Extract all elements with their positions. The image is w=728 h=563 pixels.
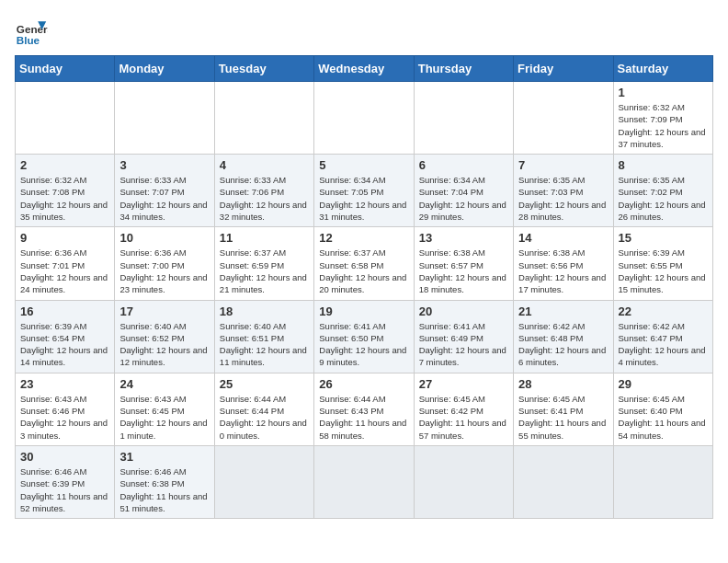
calendar-cell: 16Sunrise: 6:39 AM Sunset: 6:54 PM Dayli… [16,300,115,373]
calendar-week-1: 1Sunrise: 6:32 AM Sunset: 7:09 PM Daylig… [16,82,713,155]
calendar-cell: 20Sunrise: 6:41 AM Sunset: 6:49 PM Dayli… [414,300,513,373]
day-number: 7 [518,158,608,172]
day-number: 25 [220,377,309,391]
calendar-cell: 1Sunrise: 6:32 AM Sunset: 7:09 PM Daylig… [613,82,712,155]
day-info: Sunrise: 6:35 AM Sunset: 7:03 PM Dayligh… [518,174,608,223]
calendar-cell: 10Sunrise: 6:36 AM Sunset: 7:00 PM Dayli… [115,227,214,300]
day-info: Sunrise: 6:33 AM Sunset: 7:07 PM Dayligh… [119,174,209,223]
day-info: Sunrise: 6:45 AM Sunset: 6:41 PM Dayligh… [518,393,608,442]
logo: General Blue [15,15,48,48]
calendar-cell: 12Sunrise: 6:37 AM Sunset: 6:58 PM Dayli… [314,227,414,300]
calendar-cell: 9Sunrise: 6:36 AM Sunset: 7:01 PM Daylig… [16,227,115,300]
day-info: Sunrise: 6:37 AM Sunset: 6:59 PM Dayligh… [220,247,309,295]
day-number: 14 [518,231,608,245]
calendar-cell: 17Sunrise: 6:40 AM Sunset: 6:52 PM Dayli… [115,300,214,373]
calendar-cell: 25Sunrise: 6:44 AM Sunset: 6:44 PM Dayli… [214,373,313,445]
calendar-table: SundayMondayTuesdayWednesdayThursdayFrid… [15,55,713,519]
calendar-cell: 26Sunrise: 6:44 AM Sunset: 6:43 PM Dayli… [314,373,414,445]
day-info: Sunrise: 6:44 AM Sunset: 6:44 PM Dayligh… [220,393,309,442]
calendar-cell: 18Sunrise: 6:40 AM Sunset: 6:51 PM Dayli… [214,300,313,373]
calendar-cell: 31Sunrise: 6:46 AM Sunset: 6:38 PM Dayli… [115,445,214,518]
day-info: Sunrise: 6:43 AM Sunset: 6:46 PM Dayligh… [20,393,109,442]
calendar-cell: 28Sunrise: 6:45 AM Sunset: 6:41 PM Dayli… [514,373,613,445]
calendar-cell [514,445,613,518]
day-info: Sunrise: 6:42 AM Sunset: 6:47 PM Dayligh… [619,320,708,369]
day-info: Sunrise: 6:40 AM Sunset: 6:51 PM Dayligh… [220,320,309,369]
calendar-cell [214,445,313,518]
calendar-week-5: 23Sunrise: 6:43 AM Sunset: 6:46 PM Dayli… [16,373,713,445]
calendar-cell [314,82,414,155]
day-number: 19 [319,304,408,318]
day-number: 10 [119,231,209,245]
day-header-wednesday: Wednesday [314,56,414,82]
day-number: 15 [619,231,708,245]
calendar-cell [414,82,513,155]
calendar-cell: 3Sunrise: 6:33 AM Sunset: 7:07 PM Daylig… [115,155,214,227]
day-info: Sunrise: 6:41 AM Sunset: 6:50 PM Dayligh… [319,320,408,369]
calendar-cell [16,82,115,155]
calendar-cell [314,445,414,518]
day-header-friday: Friday [514,56,613,82]
calendar-week-4: 16Sunrise: 6:39 AM Sunset: 6:54 PM Dayli… [16,300,713,373]
day-number: 24 [119,377,209,391]
calendar-cell: 29Sunrise: 6:45 AM Sunset: 6:40 PM Dayli… [613,373,712,445]
day-info: Sunrise: 6:35 AM Sunset: 7:02 PM Dayligh… [619,174,708,223]
calendar-cell [514,82,613,155]
day-number: 16 [20,304,109,318]
calendar-cell: 15Sunrise: 6:39 AM Sunset: 6:55 PM Dayli… [613,227,712,300]
day-info: Sunrise: 6:37 AM Sunset: 6:58 PM Dayligh… [319,247,408,295]
day-number: 13 [419,231,508,245]
calendar-week-6: 30Sunrise: 6:46 AM Sunset: 6:39 PM Dayli… [16,445,713,518]
calendar-cell [214,82,313,155]
day-info: Sunrise: 6:42 AM Sunset: 6:48 PM Dayligh… [518,320,608,369]
calendar-cell: 2Sunrise: 6:32 AM Sunset: 7:08 PM Daylig… [16,155,115,227]
calendar-cell: 4Sunrise: 6:33 AM Sunset: 7:06 PM Daylig… [214,155,313,227]
day-number: 28 [518,377,608,391]
day-number: 30 [20,450,109,464]
day-number: 31 [119,450,209,464]
day-info: Sunrise: 6:32 AM Sunset: 7:08 PM Dayligh… [20,174,109,223]
day-info: Sunrise: 6:34 AM Sunset: 7:05 PM Dayligh… [319,174,408,223]
day-info: Sunrise: 6:39 AM Sunset: 6:55 PM Dayligh… [619,247,708,295]
day-number: 18 [220,304,309,318]
calendar-cell: 21Sunrise: 6:42 AM Sunset: 6:48 PM Dayli… [514,300,613,373]
day-info: Sunrise: 6:36 AM Sunset: 7:01 PM Dayligh… [20,247,109,295]
day-info: Sunrise: 6:38 AM Sunset: 6:56 PM Dayligh… [518,247,608,295]
calendar-cell: 6Sunrise: 6:34 AM Sunset: 7:04 PM Daylig… [414,155,513,227]
day-info: Sunrise: 6:32 AM Sunset: 7:09 PM Dayligh… [619,101,708,150]
calendar-cell: 24Sunrise: 6:43 AM Sunset: 6:45 PM Dayli… [115,373,214,445]
day-info: Sunrise: 6:45 AM Sunset: 6:42 PM Dayligh… [419,393,508,442]
day-number: 22 [619,304,708,318]
day-info: Sunrise: 6:45 AM Sunset: 6:40 PM Dayligh… [619,393,708,442]
day-info: Sunrise: 6:41 AM Sunset: 6:49 PM Dayligh… [419,320,508,369]
day-number: 9 [20,231,109,245]
day-number: 6 [419,158,508,172]
calendar-week-3: 9Sunrise: 6:36 AM Sunset: 7:01 PM Daylig… [16,227,713,300]
calendar-cell: 19Sunrise: 6:41 AM Sunset: 6:50 PM Dayli… [314,300,414,373]
calendar-header-row: SundayMondayTuesdayWednesdayThursdayFrid… [16,56,713,82]
calendar-cell: 30Sunrise: 6:46 AM Sunset: 6:39 PM Dayli… [16,445,115,518]
day-header-sunday: Sunday [16,56,115,82]
day-info: Sunrise: 6:40 AM Sunset: 6:52 PM Dayligh… [119,320,209,369]
day-number: 4 [220,158,309,172]
day-header-tuesday: Tuesday [214,56,313,82]
day-info: Sunrise: 6:46 AM Sunset: 6:38 PM Dayligh… [119,465,209,514]
day-number: 23 [20,377,109,391]
day-number: 3 [119,158,209,172]
calendar-cell: 5Sunrise: 6:34 AM Sunset: 7:05 PM Daylig… [314,155,414,227]
day-header-thursday: Thursday [414,56,513,82]
calendar-cell [613,445,712,518]
day-number: 26 [319,377,408,391]
day-header-saturday: Saturday [613,56,712,82]
page-header: General Blue [15,15,713,48]
svg-text:Blue: Blue [17,34,40,46]
calendar-cell [414,445,513,518]
calendar-cell: 7Sunrise: 6:35 AM Sunset: 7:03 PM Daylig… [514,155,613,227]
day-info: Sunrise: 6:36 AM Sunset: 7:00 PM Dayligh… [119,247,209,295]
day-number: 27 [419,377,508,391]
day-info: Sunrise: 6:46 AM Sunset: 6:39 PM Dayligh… [20,465,109,514]
day-info: Sunrise: 6:38 AM Sunset: 6:57 PM Dayligh… [419,247,508,295]
calendar-cell: 13Sunrise: 6:38 AM Sunset: 6:57 PM Dayli… [414,227,513,300]
day-info: Sunrise: 6:44 AM Sunset: 6:43 PM Dayligh… [319,393,408,442]
day-number: 12 [319,231,408,245]
